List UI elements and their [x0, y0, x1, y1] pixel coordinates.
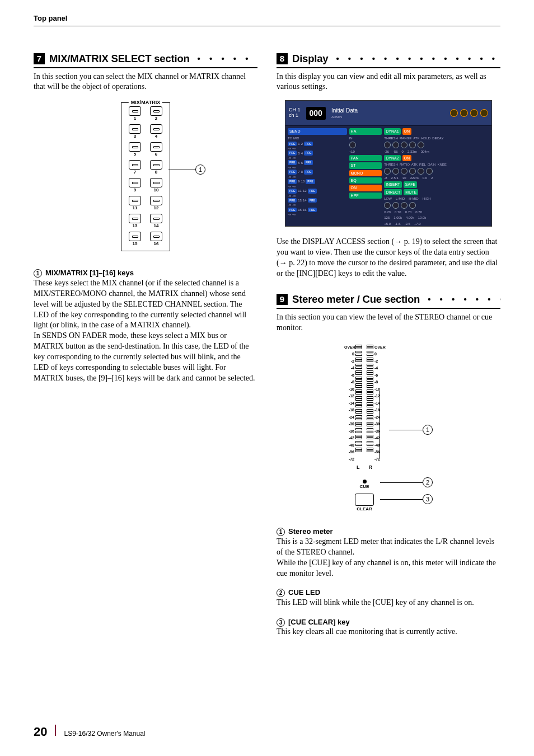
mixmatrix-key-14[interactable]: 14: [148, 214, 164, 228]
anno-1: 1: [389, 425, 433, 435]
mixmatrix-key-13[interactable]: 13: [127, 214, 143, 228]
circled-2: 2: [277, 589, 285, 597]
mixmatrix-diagram: MIX/MATRIX 12345678910111213141516 1: [34, 102, 257, 251]
section8-after: Use the DISPLAY ACCESS section (→ p. 19)…: [277, 237, 500, 279]
section8-heading: 8 Display • • • • • • • • • • • • • • • …: [277, 52, 500, 68]
scene-number: 000: [306, 107, 326, 120]
section9-intro: In this section you can view the level o…: [277, 312, 500, 334]
section8-intro: In this display you can view and edit al…: [277, 72, 500, 93]
channel-label: CH 1 ch 1: [289, 107, 301, 119]
callout-pointer-1: 1: [168, 165, 205, 175]
section7-title: MIX/MATRIX SELECT section: [49, 52, 190, 66]
display-screenshot: CH 1 ch 1 000 Initial Data ADMIN SEND TO…: [285, 100, 492, 227]
page-number: 20: [34, 724, 47, 740]
cue-block: CUE CLEAR: [344, 480, 385, 513]
footer-rule: [55, 725, 56, 736]
mixmatrix-key-11[interactable]: 11: [127, 196, 143, 210]
page-footer: 20 LS9-16/32 Owner's Manual: [34, 724, 146, 740]
dots-filler: • • • • • • • • • • • • • • • •: [424, 294, 500, 305]
section8-number: 8: [277, 53, 288, 64]
mixmatrix-box: MIX/MATRIX 12345678910111213141516 1: [121, 102, 170, 251]
section9-heading: 9 Stereo meter / Cue section • • • • • •…: [277, 293, 500, 309]
display-topbar: CH 1 ch 1 000 Initial Data ADMIN: [285, 101, 491, 126]
section7-heading: 7 MIX/MATRIX SELECT section • • • • • • …: [34, 52, 257, 68]
dyna-column: DYNA1ON THRESHRANGEATKHOLDDECAY -26-5602…: [384, 128, 489, 224]
section7-callout1-title: MIX/MATRIX [1]–[16] keys: [45, 268, 134, 278]
led-column-right: [367, 345, 373, 463]
section9-title: Stereo meter / Cue section: [292, 293, 420, 307]
meter-box: OVER0-2-4-6-8-10-12-14-18-24-30-36-42-48…: [344, 345, 433, 513]
mixmatrix-key-8[interactable]: 8: [148, 160, 164, 175]
scene-name: Initial Data ADMIN: [331, 107, 358, 119]
footer-text: LS9-16/32 Owner's Manual: [64, 729, 145, 738]
leader-line: [168, 170, 195, 170]
cue-label: CUE: [344, 484, 385, 490]
display-body: SEND TO MIX PRE12PRE-∞ -∞PRE34PRE-∞ -∞PR…: [285, 126, 491, 226]
mixmatrix-key-6[interactable]: 6: [148, 142, 164, 157]
circled-3: 3: [277, 618, 285, 627]
mixmatrix-key-15[interactable]: 15: [127, 232, 143, 246]
mixmatrix-key-2[interactable]: 2: [148, 106, 164, 121]
mixmatrix-key-9[interactable]: 9: [127, 178, 143, 192]
circled-1b: 1: [277, 528, 285, 536]
st-dials: [450, 109, 488, 117]
section9-callout3-title: [CUE CLEAR] key: [288, 617, 350, 627]
mixmatrix-key-12[interactable]: 12: [148, 196, 164, 210]
section9-callout3-head: 3 [CUE CLEAR] key: [277, 617, 500, 627]
mixmatrix-key-10[interactable]: 10: [148, 178, 164, 192]
dots-filler: • • • • • • • • • • • • • •: [194, 53, 257, 64]
section7-callout1-text: These keys select the MIX channel (or if…: [34, 278, 257, 384]
mixmatrix-key-3[interactable]: 3: [127, 124, 143, 139]
header-section: Top panel: [34, 14, 67, 22]
section9-callout3-text: This key clears all cue monitoring that …: [277, 627, 500, 637]
section9-callout2-head: 2 CUE LED: [277, 588, 500, 598]
section7-intro: In this section you can select the MIX c…: [34, 72, 257, 93]
right-column: 8 Display • • • • • • • • • • • • • • • …: [277, 52, 500, 644]
section8-title: Display: [292, 52, 328, 66]
cue-led-icon: [363, 480, 367, 483]
section9-callout1-title: Stereo meter: [288, 527, 332, 537]
section7-callout1-head: 1 MIX/MATRIX [1]–[16] keys: [34, 268, 257, 278]
mixmatrix-key-7[interactable]: 7: [127, 160, 143, 175]
two-column-layout: 7 MIX/MATRIX SELECT section • • • • • • …: [34, 52, 500, 644]
left-column: 7 MIX/MATRIX SELECT section • • • • • • …: [34, 52, 257, 644]
circled-1: 1: [34, 269, 42, 278]
scale-left: OVER0-2-4-6-8-10-12-14-18-24-30-36-42-48…: [344, 345, 354, 463]
mixmatrix-key-16[interactable]: 16: [148, 232, 164, 246]
section9-callout2-text: This LED will blink while the [CUE] key …: [277, 598, 500, 608]
mixmatrix-label: MIX/MATRIX: [129, 99, 162, 106]
mixmatrix-key-4[interactable]: 4: [148, 124, 164, 139]
mixmatrix-key-5[interactable]: 5: [127, 142, 143, 157]
mixmatrix-key-grid: 12345678910111213141516: [127, 106, 164, 246]
lr-labels: LR: [344, 464, 385, 471]
dots-filler: • • • • • • • • • • • • • • • • • • • • …: [332, 53, 500, 64]
ha-column: HA IN +10 PAN ST MONO EQ ON HPF: [349, 128, 382, 224]
callout-bubble-1: 1: [195, 165, 205, 175]
section7-number: 7: [34, 53, 45, 64]
section9-callout1-head: 1 Stereo meter: [277, 527, 500, 537]
section9-callout1-text: This is a 32-segment LED meter that indi…: [277, 537, 500, 579]
anno-2: 2: [380, 477, 433, 487]
section9-callout2-title: CUE LED: [288, 588, 320, 598]
stereo-meter-diagram: OVER0-2-4-6-8-10-12-14-18-24-30-36-42-48…: [277, 345, 500, 513]
clear-label: CLEAR: [344, 506, 385, 513]
cue-clear-button[interactable]: [355, 494, 374, 506]
section9-number: 9: [277, 294, 288, 305]
send-column: SEND TO MIX PRE12PRE-∞ -∞PRE34PRE-∞ -∞PR…: [288, 128, 347, 224]
mixmatrix-key-1[interactable]: 1: [127, 106, 143, 121]
page-header: Top panel: [34, 13, 500, 26]
led-column-left: [355, 345, 362, 463]
scale-right: OVER0-2-4-6-8-10-12-14-18-24-30-36-42-48…: [374, 345, 385, 463]
anno-3: 3: [380, 494, 433, 504]
